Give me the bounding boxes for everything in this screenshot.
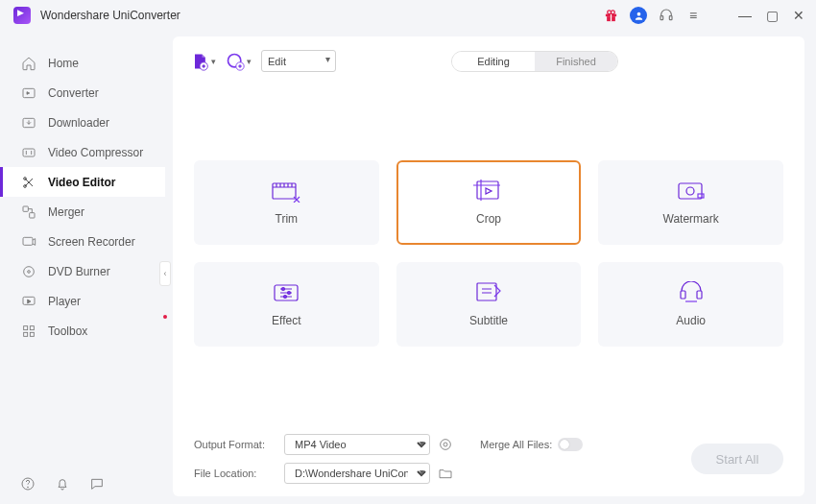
- card-label: Audio: [676, 314, 706, 327]
- svg-rect-6: [660, 16, 663, 20]
- user-avatar-icon[interactable]: [630, 7, 647, 24]
- player-icon: [21, 294, 36, 309]
- notifications-bell-icon[interactable]: [54, 475, 71, 492]
- svg-rect-20: [30, 325, 34, 329]
- svg-rect-39: [697, 291, 702, 299]
- card-label: Watermark: [663, 212, 719, 226]
- start-all-button[interactable]: Start All: [691, 444, 783, 474]
- title-bar-left: Wondershare UniConverter: [13, 7, 180, 24]
- card-crop[interactable]: Crop: [396, 160, 582, 245]
- help-icon[interactable]: [19, 475, 36, 492]
- add-url-icon: [226, 52, 245, 71]
- file-location-label: File Location:: [194, 468, 276, 479]
- svg-rect-19: [24, 325, 28, 329]
- svg-point-16: [24, 266, 35, 276]
- add-file-icon: [190, 52, 209, 71]
- sidebar-item-label: Home: [48, 57, 79, 70]
- merger-icon: [21, 204, 36, 220]
- card-trim[interactable]: Trim: [194, 160, 379, 245]
- title-bar: Wondershare UniConverter ≡ — ▢ ✕: [0, 0, 816, 31]
- svg-point-17: [28, 270, 31, 273]
- sidebar-item-label: DVD Burner: [48, 265, 110, 278]
- support-headset-icon[interactable]: [659, 8, 674, 23]
- sidebar-item-label: Video Editor: [48, 176, 115, 189]
- svg-rect-13: [23, 206, 28, 211]
- svg-rect-38: [681, 291, 685, 299]
- add-url-button[interactable]: ▾: [226, 52, 252, 71]
- sidebar-item-screen-recorder[interactable]: Screen Recorder: [0, 227, 165, 256]
- svg-point-41: [444, 443, 447, 446]
- sidebar-item-dvd-burner[interactable]: DVD Burner: [0, 256, 165, 286]
- home-icon: [21, 56, 36, 71]
- audio-icon: [676, 281, 707, 304]
- segment-editing[interactable]: Editing: [452, 52, 535, 71]
- svg-point-36: [284, 296, 287, 299]
- file-location-select[interactable]: D:\Wondershare UniConverter 1: [284, 463, 430, 484]
- subtitle-icon: [473, 281, 504, 304]
- editor-cards-grid: Trim Crop Watermark Effect: [190, 72, 787, 425]
- svg-rect-2: [610, 13, 611, 21]
- chevron-down-icon: ▾: [211, 57, 216, 66]
- sidebar: Home Converter Downloader Video Compress…: [0, 31, 165, 504]
- merge-all-label: Merge All Files:: [480, 439, 552, 450]
- gift-icon[interactable]: [603, 8, 618, 23]
- card-subtitle[interactable]: Subtitle: [396, 262, 582, 347]
- window-minimize-icon[interactable]: —: [737, 8, 753, 23]
- screen-recorder-icon: [21, 234, 36, 250]
- window-maximize-icon[interactable]: ▢: [764, 8, 780, 23]
- toolbox-icon: [21, 324, 36, 339]
- svg-rect-37: [477, 283, 496, 300]
- svg-rect-7: [669, 16, 672, 20]
- sidebar-item-label: Converter: [48, 86, 99, 100]
- segment-finished[interactable]: Finished: [535, 52, 617, 71]
- card-effect[interactable]: Effect: [194, 262, 379, 347]
- open-folder-icon[interactable]: [438, 466, 453, 481]
- sidebar-item-label: Merger: [48, 205, 84, 219]
- sidebar-collapse-handle[interactable]: ‹: [159, 261, 171, 286]
- trim-icon: [271, 180, 301, 203]
- svg-point-35: [288, 292, 291, 295]
- merge-all-toggle[interactable]: [558, 438, 583, 451]
- window-close-icon[interactable]: ✕: [791, 8, 806, 23]
- output-settings-icon[interactable]: [438, 437, 453, 452]
- svg-rect-29: [477, 181, 498, 199]
- svg-rect-15: [23, 237, 33, 245]
- svg-rect-22: [30, 332, 34, 336]
- output-format-select[interactable]: MP4 Video: [284, 434, 430, 455]
- sidebar-item-label: Player: [48, 295, 81, 308]
- sidebar-item-label: Video Compressor: [48, 146, 143, 159]
- card-watermark[interactable]: Watermark: [598, 160, 783, 245]
- bottom-bar: Output Format: MP4 Video Merge All Files…: [190, 425, 787, 485]
- video-editor-icon: [21, 175, 36, 190]
- sidebar-item-converter[interactable]: Converter: [0, 78, 165, 108]
- feedback-chat-icon[interactable]: [88, 475, 106, 492]
- sidebar-item-toolbox[interactable]: Toolbox: [0, 316, 165, 346]
- svg-point-4: [611, 10, 614, 13]
- sidebar-item-home[interactable]: Home: [0, 48, 165, 78]
- sidebar-item-merger[interactable]: Merger: [0, 197, 165, 227]
- app-logo-icon: [13, 7, 31, 24]
- svg-point-24: [28, 487, 29, 488]
- sidebar-item-player[interactable]: Player: [0, 286, 165, 316]
- card-label: Trim: [276, 212, 299, 226]
- compressor-icon: [21, 145, 36, 160]
- add-file-button[interactable]: ▾: [190, 52, 216, 71]
- sidebar-item-downloader[interactable]: Downloader: [0, 108, 165, 137]
- main-panel: ▾ ▾ Edit Editing Finished: [173, 36, 804, 496]
- crop-icon: [473, 180, 504, 203]
- edit-mode-select[interactable]: Edit: [261, 50, 336, 72]
- sidebar-item-video-editor[interactable]: Video Editor: [0, 167, 165, 197]
- watermark-icon: [676, 180, 707, 203]
- svg-rect-10: [23, 149, 35, 156]
- hamburger-menu-icon[interactable]: ≡: [685, 8, 701, 23]
- app-title: Wondershare UniConverter: [40, 9, 180, 22]
- svg-rect-21: [24, 332, 28, 336]
- svg-point-31: [686, 187, 694, 195]
- sidebar-item-video-compressor[interactable]: Video Compressor: [0, 137, 165, 167]
- output-format-label: Output Format:: [194, 439, 276, 450]
- svg-point-40: [441, 440, 451, 450]
- footer-icons: [19, 475, 106, 492]
- downloader-icon: [21, 115, 36, 131]
- card-audio[interactable]: Audio: [598, 262, 783, 347]
- toolbar: ▾ ▾ Edit Editing Finished: [190, 50, 787, 72]
